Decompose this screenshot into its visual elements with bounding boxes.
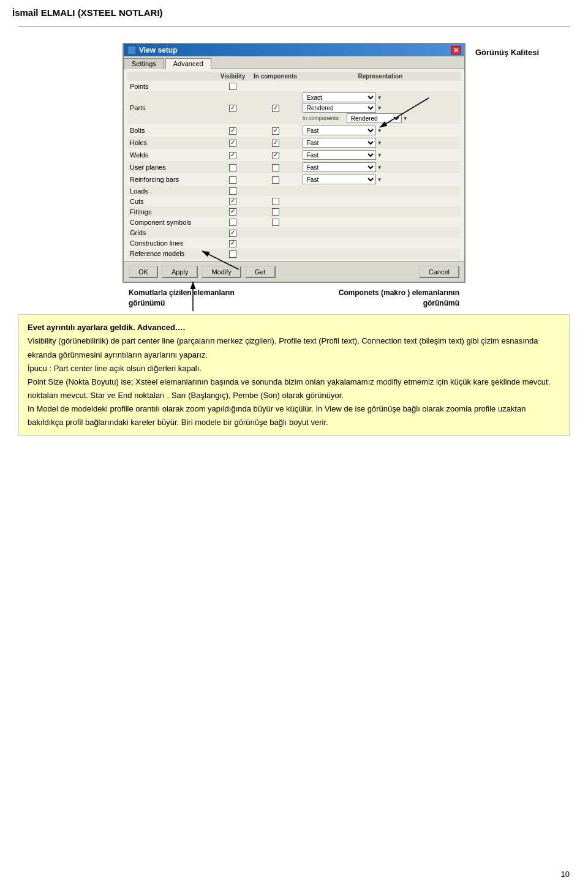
paragraph3: Point Size (Nokta Boyutu) ise; Xsteel el… (28, 375, 560, 402)
vis-cb-welds[interactable] (215, 149, 251, 161)
rep-bolts-arrow: ▼ (377, 128, 382, 133)
in-comp-label: In components: (303, 115, 345, 121)
main-content: Görünüş Kalitesi View setup ✕ Settings A… (0, 31, 588, 314)
row-label-constlines: Construction lines (127, 238, 215, 249)
apply-button[interactable]: Apply (162, 266, 198, 278)
rep-welds-select[interactable]: FastExact (303, 150, 376, 160)
table-row: Cuts (127, 196, 461, 206)
get-button[interactable]: Get (245, 266, 276, 278)
tab-advanced[interactable]: Advanced (165, 58, 211, 69)
modify-button[interactable]: Modify (202, 266, 241, 278)
table-row: Holes FastExact ▼ (127, 137, 461, 149)
table-row: Reference models (127, 249, 461, 259)
incomp-cb-userplanes[interactable] (251, 161, 300, 173)
close-button[interactable]: ✕ (451, 46, 461, 55)
vis-cb-parts[interactable] (215, 91, 251, 124)
titlebar-left: View setup (127, 46, 177, 55)
rep-parts-arrow3: ▼ (403, 116, 408, 121)
page-number: 10 (561, 870, 570, 879)
vis-cb-constlines[interactable] (215, 238, 251, 249)
row-label-refmodels: Reference models (127, 249, 215, 259)
rep-points (300, 81, 461, 91)
ok-button[interactable]: OK (129, 266, 158, 278)
row-label-loads: Loads (127, 186, 215, 196)
row-label-cuts: Cuts (127, 196, 215, 206)
incomp-cb-constlines[interactable] (251, 238, 300, 249)
page-header: İsmail ELMALI (XSTEEL NOTLARI) (0, 0, 588, 23)
incomp-cb-cuts[interactable] (251, 196, 300, 206)
incomp-cb-bolts[interactable] (251, 124, 300, 137)
bottom-annotations: Komutlarla çizilen elemanların görünümü … (123, 288, 466, 309)
settings-table: Visibility In components Representation … (127, 72, 461, 259)
col-rep-header: Representation (300, 72, 461, 81)
left-annotation: Komutlarla çizilen elemanların görünümü (129, 288, 235, 309)
rep-bolts-select[interactable]: FastExactRendered (303, 126, 376, 135)
col-name-header (127, 72, 215, 81)
vis-cb-reinf[interactable] (215, 173, 251, 186)
col-incomp-header: In components (251, 72, 300, 81)
table-row: Parts ExactFastRendered ▼ (127, 91, 461, 124)
table-row: User planes FastExact ▼ (127, 161, 461, 173)
dialog-titlebar: View setup ✕ (124, 44, 464, 56)
row-label-fittings: Fittings (127, 206, 215, 217)
table-row: Component symbols (127, 217, 461, 227)
vis-cb-cuts[interactable] (215, 196, 251, 206)
incomp-cb-holes[interactable] (251, 137, 300, 149)
rep-loads (300, 186, 461, 196)
vis-cb-compsym[interactable] (215, 217, 251, 227)
paragraph2: İpucu : Part center line açık olsun diğe… (28, 362, 560, 375)
incomp-cb-refmodels[interactable] (251, 249, 300, 259)
row-label-reinf: Reinforcing bars (127, 173, 215, 186)
incomp-cb-parts[interactable] (251, 91, 300, 124)
vis-cb-fittings[interactable] (215, 206, 251, 217)
vis-cb-holes[interactable] (215, 137, 251, 149)
rep-parts-arrow2: ▼ (377, 105, 382, 111)
incomp-cb-reinf[interactable] (251, 173, 300, 186)
incomp-cb-grids[interactable] (251, 227, 300, 238)
row-label-welds: Welds (127, 149, 215, 161)
header-divider (18, 26, 570, 27)
incomp-cb-points[interactable] (251, 81, 300, 91)
rep-parts-select3[interactable]: RenderedFastExact (347, 113, 402, 123)
incomp-cb-welds[interactable] (251, 149, 300, 161)
dialog-title: View setup (139, 46, 177, 55)
table-row: Construction lines (127, 238, 461, 249)
rep-reinf: FastExact ▼ (300, 173, 461, 186)
table-row: Reinforcing bars FastExact ▼ (127, 173, 461, 186)
paragraph1: Visibility (görünebilirlik) de part cent… (28, 334, 560, 361)
vis-cb-refmodels[interactable] (215, 249, 251, 259)
spacer (279, 266, 415, 278)
quality-annotation: Görünüş Kalitesi (475, 48, 539, 57)
rep-bolts: FastExactRendered ▼ (300, 124, 461, 137)
row-label-grids: Grids (127, 227, 215, 238)
row-label-points: Points (127, 81, 215, 91)
row-label-compsym: Component symbols (127, 217, 215, 227)
rep-parts-select1[interactable]: ExactFastRendered (303, 92, 376, 102)
cancel-button[interactable]: Cancel (419, 266, 459, 278)
rep-parts: ExactFastRendered ▼ RenderedFastExact ▼ … (300, 91, 461, 124)
incomp-cb-compsym[interactable] (251, 217, 300, 227)
vis-cb-points[interactable] (215, 81, 251, 91)
vis-cb-bolts[interactable] (215, 124, 251, 137)
rep-userplanes-select[interactable]: FastExact (303, 162, 376, 172)
row-label-userplanes: User planes (127, 161, 215, 173)
vis-cb-loads[interactable] (215, 186, 251, 196)
page-title: İsmail ELMALI (XSTEEL NOTLARI) (12, 7, 163, 18)
rep-holes-select[interactable]: FastExact (303, 138, 376, 148)
incomp-cb-fittings[interactable] (251, 206, 300, 217)
row-label-parts: Parts (127, 91, 215, 124)
rep-holes-arrow: ▼ (377, 140, 382, 146)
rep-parts-select2[interactable]: RenderedFastExact (303, 103, 376, 113)
incomp-cb-loads[interactable] (251, 186, 300, 196)
rep-reinf-select[interactable]: FastExact (303, 175, 376, 184)
vis-cb-grids[interactable] (215, 227, 251, 238)
vis-cb-userplanes[interactable] (215, 161, 251, 173)
rep-holes: FastExact ▼ (300, 137, 461, 149)
rep-parts-arrow1: ▼ (377, 95, 382, 100)
row-label-bolts: Bolts (127, 124, 215, 137)
body-text-box: Evet ayrıntılı ayarlara geldik. Advanced… (18, 314, 570, 436)
tab-settings[interactable]: Settings (124, 58, 164, 69)
col-visibility-header: Visibility (215, 72, 251, 81)
rep-reinf-arrow: ▼ (377, 177, 382, 182)
rep-welds: FastExact ▼ (300, 149, 461, 161)
